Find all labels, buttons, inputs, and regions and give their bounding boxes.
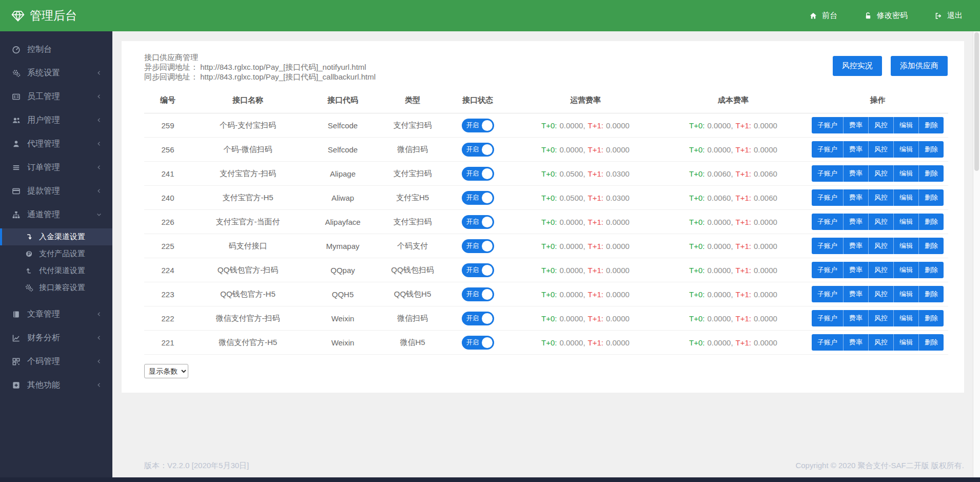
topnav: 前台修改密码退出	[809, 11, 963, 21]
table-row: 224QQ钱包官方-扫码QQpayQQ钱包扫码开启T+0:0.0000,T+1:…	[144, 258, 948, 282]
row-risk-button[interactable]: 风控	[869, 334, 894, 351]
chevron-left-icon	[96, 335, 102, 341]
status-toggle[interactable]: 开启	[462, 336, 494, 350]
topnav-link-0[interactable]: 前台	[809, 11, 837, 21]
row-subaccount-button[interactable]: 子账户	[812, 189, 844, 206]
row-subaccount-button[interactable]: 子账户	[812, 214, 844, 230]
row-edit-button[interactable]: 编辑	[894, 310, 919, 326]
sidebar-item[interactable]: 系统设置	[0, 61, 112, 85]
row-risk-button[interactable]: 风控	[869, 310, 894, 326]
sidebar-item[interactable]: 通道管理	[0, 203, 112, 226]
sidebar-item[interactable]: 提款管理	[0, 179, 112, 203]
row-risk-button[interactable]: 风控	[869, 189, 894, 206]
row-edit-button[interactable]: 编辑	[894, 214, 919, 230]
cell-type: 个码支付	[381, 234, 444, 258]
row-subaccount-button[interactable]: 子账户	[812, 262, 844, 278]
row-risk-button[interactable]: 风控	[869, 214, 894, 230]
row-edit-button[interactable]: 编辑	[894, 165, 919, 182]
row-edit-button[interactable]: 编辑	[894, 334, 919, 351]
cell-code: QQH5	[304, 282, 381, 306]
row-delete-button[interactable]: 删除	[919, 286, 944, 302]
status-toggle[interactable]: 开启	[462, 263, 494, 277]
row-edit-button[interactable]: 编辑	[894, 262, 919, 278]
row-risk-button[interactable]: 风控	[869, 141, 894, 158]
row-edit-button[interactable]: 编辑	[894, 117, 919, 133]
status-toggle[interactable]: 开启	[462, 215, 494, 229]
row-delete-button[interactable]: 删除	[919, 214, 944, 230]
sidebar-subitem[interactable]: 支付产品设置	[0, 245, 112, 262]
sidebar-item[interactable]: 文章管理	[0, 302, 112, 326]
topnav-link-1[interactable]: 修改密码	[864, 11, 908, 21]
status-toggle[interactable]: 开启	[462, 167, 494, 181]
row-rate-button[interactable]: 费率	[844, 238, 869, 254]
sidebar-item[interactable]: 订单管理	[0, 156, 112, 179]
row-edit-button[interactable]: 编辑	[894, 238, 919, 254]
row-rate-button[interactable]: 费率	[844, 117, 869, 133]
row-delete-button[interactable]: 删除	[919, 262, 944, 278]
cell-operating-rate: T+0:0.0000,T+1:0.0000	[512, 234, 659, 258]
page-size-select[interactable]: 显示条数	[144, 364, 188, 378]
row-actions: 子账户费率风控编辑删除	[812, 117, 944, 133]
status-toggle[interactable]: 开启	[462, 119, 494, 132]
status-toggle[interactable]: 开启	[462, 143, 494, 157]
add-provider-button[interactable]: 添加供应商	[891, 56, 948, 76]
row-risk-button[interactable]: 风控	[869, 286, 894, 302]
row-subaccount-button[interactable]: 子账户	[812, 141, 844, 158]
sidebar-item[interactable]: 个码管理	[0, 350, 112, 373]
row-delete-button[interactable]: 删除	[919, 189, 944, 206]
row-delete-button[interactable]: 删除	[919, 334, 944, 351]
row-edit-button[interactable]: 编辑	[894, 141, 919, 158]
row-actions: 子账户费率风控编辑删除	[812, 141, 944, 158]
row-rate-button[interactable]: 费率	[844, 165, 869, 182]
cell-code: Alipage	[304, 162, 381, 186]
row-risk-button[interactable]: 风控	[869, 238, 894, 254]
row-delete-button[interactable]: 删除	[919, 141, 944, 158]
row-risk-button[interactable]: 风控	[869, 165, 894, 182]
row-subaccount-button[interactable]: 子账户	[812, 165, 844, 182]
cell-cost-rate: T+0:0.0000,T+1:0.0000	[659, 138, 807, 162]
sidebar-item[interactable]: 财务分析	[0, 326, 112, 350]
page-info: 接口供应商管理 异步回调地址： http://843.rglxc.top/Pay…	[144, 52, 376, 82]
row-rate-button[interactable]: 费率	[844, 310, 869, 326]
sidebar-subitem[interactable]: 接口兼容设置	[0, 279, 112, 296]
row-risk-button[interactable]: 风控	[869, 262, 894, 278]
row-rate-button[interactable]: 费率	[844, 189, 869, 206]
topnav-link-2[interactable]: 退出	[934, 11, 963, 21]
sidebar-subitem[interactable]: 入金渠道设置	[0, 228, 112, 245]
row-delete-button[interactable]: 删除	[919, 310, 944, 326]
sidebar-item[interactable]: 控制台	[0, 37, 112, 61]
row-rate-button[interactable]: 费率	[844, 286, 869, 302]
row-delete-button[interactable]: 删除	[919, 238, 944, 254]
row-rate-button[interactable]: 费率	[844, 262, 869, 278]
row-subaccount-button[interactable]: 子账户	[812, 334, 844, 351]
row-subaccount-button[interactable]: 子账户	[812, 286, 844, 302]
scrollbar-thumb[interactable]	[974, 32, 979, 171]
row-risk-button[interactable]: 风控	[869, 117, 894, 133]
sidebar-item[interactable]: 代理管理	[0, 132, 112, 156]
risk-live-button[interactable]: 风控实况	[833, 56, 882, 76]
sidebar-item[interactable]: 员工管理	[0, 85, 112, 108]
row-delete-button[interactable]: 删除	[919, 165, 944, 182]
row-rate-button[interactable]: 费率	[844, 214, 869, 230]
cell-actions: 子账户费率风控编辑删除	[807, 162, 948, 186]
col-code: 接口代码	[304, 89, 381, 113]
row-subaccount-button[interactable]: 子账户	[812, 117, 844, 133]
book-icon	[11, 310, 21, 319]
row-edit-button[interactable]: 编辑	[894, 286, 919, 302]
row-rate-button[interactable]: 费率	[844, 141, 869, 158]
sidebar-item[interactable]: 其他功能	[0, 373, 112, 397]
cell-operating-rate: T+0:0.0000,T+1:0.0000	[512, 306, 659, 331]
cell-operating-rate: T+0:0.0000,T+1:0.0000	[512, 258, 659, 282]
cell-type: 支付宝扫码	[381, 113, 444, 138]
row-edit-button[interactable]: 编辑	[894, 189, 919, 206]
status-toggle[interactable]: 开启	[462, 312, 494, 325]
row-delete-button[interactable]: 删除	[919, 117, 944, 133]
status-toggle[interactable]: 开启	[462, 191, 494, 205]
row-rate-button[interactable]: 费率	[844, 334, 869, 351]
status-toggle[interactable]: 开启	[462, 239, 494, 253]
sidebar-subitem[interactable]: 代付渠道设置	[0, 262, 112, 279]
sidebar-item[interactable]: 用户管理	[0, 108, 112, 132]
status-toggle[interactable]: 开启	[462, 287, 494, 301]
row-subaccount-button[interactable]: 子账户	[812, 310, 844, 326]
row-subaccount-button[interactable]: 子账户	[812, 238, 844, 254]
